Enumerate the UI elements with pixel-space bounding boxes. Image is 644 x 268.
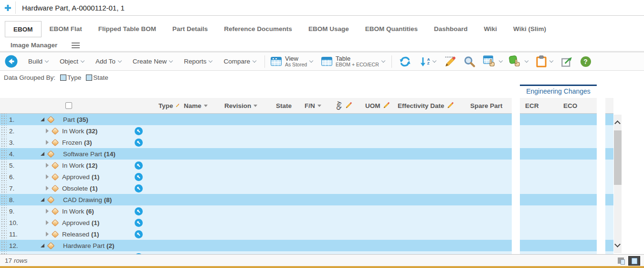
tab-ebom-quantities[interactable]: EBOM Quantities [357, 21, 426, 37]
navigate-icon[interactable] [135, 139, 143, 147]
view-dropdown[interactable]: ViewAs Stored [271, 55, 313, 67]
table-row[interactable]: 4.Software Part(14) [0, 148, 512, 160]
select-all-checkbox[interactable] [65, 102, 72, 109]
tab-image-manager[interactable]: Image Manager [11, 37, 57, 54]
table-row[interactable]: 10.Approved(1) [0, 217, 512, 228]
tab-dashboard[interactable]: Dashboard [426, 21, 476, 37]
expand-icon[interactable] [46, 209, 49, 214]
column-header-uom[interactable]: UOM [354, 98, 390, 113]
collapse-icon[interactable] [41, 244, 44, 247]
refresh-button[interactable] [399, 56, 412, 67]
drag-handle-icon[interactable] [0, 125, 7, 137]
expand-icon[interactable] [46, 232, 49, 236]
expand-icon[interactable] [46, 174, 49, 179]
column-header-qty[interactable]: Qty [330, 98, 354, 113]
table-row[interactable]: 5.In Work(12) [0, 160, 512, 171]
scroll-up-icon[interactable] [614, 120, 621, 127]
table-config-dropdown[interactable]: TableEBOM + ECO/ECR [321, 55, 385, 67]
expand-icon[interactable] [46, 163, 49, 168]
tab-flipped-table-bom[interactable]: Flipped Table BOM [90, 21, 164, 37]
back-button[interactable] [5, 55, 18, 68]
menu-reports[interactable]: Reports [184, 58, 212, 65]
navigate-icon[interactable] [135, 219, 143, 227]
expand-icon[interactable] [46, 220, 49, 225]
column-header-state[interactable]: State [270, 98, 299, 113]
drag-handle-icon[interactable] [0, 194, 7, 205]
navigate-icon[interactable] [135, 230, 143, 238]
column-header-fn[interactable]: F/N [299, 98, 330, 113]
tab-ebom-flat[interactable]: EBOM Flat [42, 21, 90, 37]
tab-wiki[interactable]: Wiki [475, 21, 505, 37]
table-row[interactable]: 11.Released(1) [0, 228, 512, 240]
scrollbar-thumb[interactable] [614, 130, 622, 185]
menu-build[interactable]: Build [28, 58, 48, 65]
table-row[interactable]: 1.Part(35) [0, 114, 512, 125]
group-swatch-type[interactable] [60, 75, 66, 81]
clipboard-button[interactable] [536, 55, 553, 67]
table-row[interactable]: 7.Obsolete(1) [0, 182, 512, 194]
drag-handle-icon[interactable] [0, 217, 7, 228]
table-row[interactable]: 6.Approved(1) [0, 171, 512, 182]
part-type-icon [52, 173, 59, 181]
drag-handle-icon[interactable] [0, 228, 7, 240]
part-type-icon [52, 127, 59, 135]
collapse-icon[interactable] [41, 198, 44, 202]
help-button[interactable]: ? [581, 56, 591, 67]
collapse-icon[interactable] [41, 118, 44, 121]
column-header-spare-part[interactable]: Spare Part [461, 98, 512, 113]
expand-icon[interactable] [46, 140, 49, 145]
menu-compare[interactable]: Compare [223, 58, 256, 65]
tab-ebom[interactable]: EBOM [5, 21, 42, 37]
scroll-down-icon[interactable] [614, 241, 621, 247]
search-button[interactable] [464, 56, 475, 67]
drag-handle-icon[interactable] [0, 240, 7, 251]
status-bar: 17rows [0, 254, 644, 266]
drag-handle-icon[interactable] [0, 137, 7, 148]
menu-add-to[interactable]: Add To [95, 58, 121, 65]
expand-icon[interactable] [46, 186, 49, 191]
drag-handle-icon[interactable] [0, 171, 7, 182]
navigate-icon[interactable] [135, 161, 143, 170]
hamburger-icon[interactable] [72, 41, 80, 50]
tab-part-details[interactable]: Part Details [164, 21, 216, 37]
table-row[interactable]: 3.Frozen(3) [0, 137, 512, 148]
table-row[interactable]: 2.In Work(32) [0, 125, 512, 137]
table-row[interactable]: 8.CAD Drawing(8) [0, 194, 512, 205]
drag-handle-icon[interactable] [0, 182, 7, 194]
drag-handle-icon[interactable] [0, 148, 7, 160]
new-tab-button[interactable] [0, 4, 15, 11]
drag-handle-icon[interactable] [0, 160, 7, 171]
maximize-panel-icon[interactable] [628, 256, 640, 266]
tab-wiki-slim[interactable]: Wiki (Slim) [505, 21, 554, 37]
column-header-revision[interactable]: Revision [220, 98, 270, 113]
export-button[interactable] [561, 56, 573, 67]
edit-pencil-icon [383, 102, 390, 109]
drag-handle-icon[interactable] [0, 114, 7, 125]
navigate-icon[interactable] [135, 127, 143, 135]
restore-panel-icon[interactable] [618, 257, 624, 264]
tab-ebom-usage[interactable]: EBOM Usage [300, 21, 357, 37]
menu-create-new[interactable]: Create New [133, 58, 172, 65]
column-header-name[interactable]: Name [179, 98, 220, 113]
column-header-effectivity-date[interactable]: Effectivity Date [390, 98, 461, 113]
table-select-button[interactable] [483, 55, 502, 68]
column-header-type[interactable]: Type [148, 98, 179, 113]
menu-object[interactable]: Object [60, 58, 84, 65]
group-swatch-state[interactable] [86, 75, 92, 81]
column-header-ecr[interactable]: ECR [520, 98, 558, 113]
drag-handle-icon[interactable] [0, 205, 7, 217]
collapse-icon[interactable] [41, 152, 44, 156]
edit-button[interactable] [443, 56, 456, 67]
vertical-scrollbar[interactable] [614, 115, 622, 253]
table-row[interactable]: 9.In Work(6) [0, 205, 512, 217]
column-header-eco[interactable]: ECO [558, 98, 597, 113]
table-row[interactable]: 12.Hardware Part(2) [0, 240, 512, 251]
navigate-icon[interactable] [135, 207, 143, 215]
navigate-icon[interactable] [135, 173, 143, 181]
group-label: Part(35) [63, 116, 88, 123]
object-select-button[interactable] [509, 55, 528, 68]
expand-icon[interactable] [46, 129, 49, 133]
navigate-icon[interactable] [135, 184, 143, 193]
sort-button[interactable]: AZ [420, 56, 436, 67]
tab-reference-documents[interactable]: Reference Documents [216, 21, 300, 37]
